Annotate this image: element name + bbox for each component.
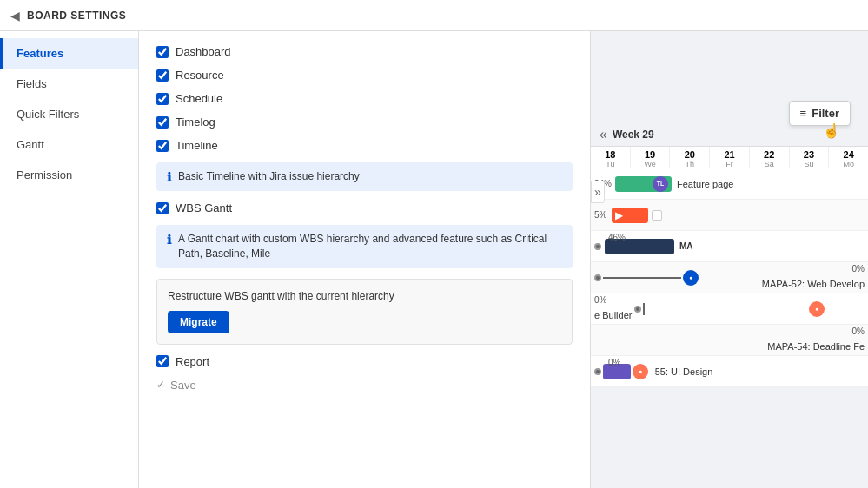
settings-panel: Dashboard Resource Schedule Timelog Time… (139, 31, 591, 488)
day-23: 23 Su (790, 147, 830, 171)
feature-row-schedule: Schedule (156, 92, 573, 105)
percent-r6: 0% (852, 326, 865, 336)
checkbox-timelog[interactable] (156, 116, 169, 129)
percent-above-r3: 46% (608, 233, 626, 242)
gantt-panel: » ≡ Filter ☝ « Week 29 18 Tu 19 (591, 31, 868, 488)
ma-label: MA (679, 241, 693, 251)
avatar-feature-page: TL (653, 176, 668, 192)
bar-red: ▶ (612, 208, 648, 223)
connector-line-r4 (603, 277, 681, 279)
chevron-left-icon[interactable]: « (600, 127, 607, 142)
gantt-row-mapa54: 0% MAPA-54: Deadline Fe (591, 325, 868, 356)
header: ◀ BOARD SETTINGS (0, 0, 868, 31)
wbs-info-text: A Gantt chart with custom WBS hierarchy … (178, 232, 562, 261)
day-24: 24 Mo (829, 147, 868, 171)
cursor-indicator: ☝ (823, 122, 840, 139)
filter-label: Filter (812, 107, 839, 120)
migrate-text: Restructure WBS gantt with the current h… (168, 290, 561, 302)
connector-dot-r5 (634, 306, 641, 313)
day-18: 18 Tu (591, 147, 631, 171)
page-title: BOARD SETTINGS (27, 10, 126, 22)
collapse-panel-icon[interactable]: » (591, 181, 605, 203)
save-label: Save (170, 379, 196, 392)
feature-row-dashboard: Dashboard (156, 45, 573, 58)
label-mapa52: MAPA-52: Web Develop (762, 279, 865, 289)
migrate-box: Restructure WBS gantt with the current h… (156, 279, 573, 345)
sidebar-item-quick-filters[interactable]: Quick Filters (0, 99, 138, 129)
connector-dot-r4 (594, 274, 601, 281)
filter-icon: ≡ (800, 107, 807, 120)
label-resource: Resource (176, 69, 224, 82)
save-check-icon: ✓ (156, 379, 165, 391)
label-builder: e Builder (594, 310, 632, 320)
feature-row-resource: Resource (156, 69, 573, 82)
gantt-rows: 34% TL Feature page 5% ▶ 46% (591, 168, 868, 488)
label-uidesign: -55: UI Design (652, 366, 712, 377)
label-timeline: Timeline (176, 139, 218, 152)
gantt-row-mapa52: 0% MAPA-52: Web Develop ● (591, 262, 868, 293)
day-20: 20 Th (670, 147, 710, 171)
checkbox-timeline[interactable] (156, 140, 169, 152)
timeline-info-box: ℹ Basic Timeline with Jira issue hierarc… (156, 162, 573, 191)
day-22: 22 Sa (750, 147, 790, 171)
bar-feature-page: TL (615, 176, 672, 192)
percent-r4: 0% (852, 264, 865, 274)
day-19: 19 We (631, 147, 671, 171)
label-dashboard: Dashboard (176, 45, 231, 58)
label-schedule: Schedule (176, 92, 222, 105)
gantt-row-builder: 0% e Builder ● (591, 293, 868, 325)
connector-dot-r3 (594, 243, 601, 250)
filter-button[interactable]: ≡ Filter (789, 101, 851, 126)
percent-r5: 0% (594, 295, 606, 305)
checkbox-resource[interactable] (156, 69, 169, 82)
back-icon[interactable]: ◀ (10, 9, 20, 23)
checkbox-schedule[interactable] (156, 93, 169, 105)
migrate-button[interactable]: Migrate (168, 311, 229, 333)
sidebar-item-permission[interactable]: Permission (0, 160, 138, 190)
connector-line-v-r5 (643, 303, 645, 315)
feature-row-timeline: Timeline (156, 139, 573, 152)
sidebar-item-gantt[interactable]: Gantt (0, 129, 138, 160)
label-timelog: Timelog (176, 115, 215, 129)
gantt-row-dark: 46% MA (591, 231, 868, 262)
label-feature-page: Feature page (677, 179, 733, 189)
feature-row-timelog: Timelog (156, 115, 573, 129)
wbs-info-box: ℹ A Gantt chart with custom WBS hierarch… (156, 225, 573, 268)
arrow-right-icon: ▶ (615, 209, 623, 221)
avatar-builder: ● (809, 301, 825, 317)
gantt-row-red: 5% ▶ (591, 200, 868, 231)
week-label: Week 29 (613, 129, 654, 141)
wbs-info-icon: ℹ (167, 233, 171, 247)
sidebar-item-features[interactable]: Features (0, 38, 138, 69)
feature-row-report: Report (156, 355, 573, 368)
sidebar-item-fields[interactable]: Fields (0, 69, 138, 99)
week-nav: « Week 29 (600, 127, 654, 142)
label-report: Report (176, 355, 209, 368)
avatar-mapa52: ● (683, 270, 699, 286)
checkbox-wbs-gantt[interactable] (156, 202, 169, 214)
save-row[interactable]: ✓ Save (156, 379, 573, 392)
checkbox-report[interactable] (156, 355, 169, 367)
percent-r2: 5% (594, 210, 606, 220)
timeline-info-text: Basic Timeline with Jira issue hierarchy (178, 169, 360, 184)
label-mapa54: MAPA-54: Deadline Fe (767, 341, 865, 352)
bar-end-marker (652, 210, 662, 221)
connector-dot-r7 (594, 368, 601, 375)
percent-r7: 0% (608, 358, 620, 367)
info-icon: ℹ (167, 170, 171, 184)
label-wbs-gantt: WBS Gantt (176, 201, 232, 214)
checkbox-dashboard[interactable] (156, 46, 169, 58)
gantt-row-feature-page: 34% TL Feature page (591, 168, 868, 200)
avatar-uidesign: ● (633, 364, 648, 379)
feature-row-wbs-gantt: WBS Gantt (156, 201, 573, 214)
day-21: 21 Fr (710, 147, 750, 171)
sidebar: Features Fields Quick Filters Gantt Perm… (0, 31, 139, 488)
gantt-row-uidesign: 0% ● -55: UI Design (591, 356, 868, 387)
